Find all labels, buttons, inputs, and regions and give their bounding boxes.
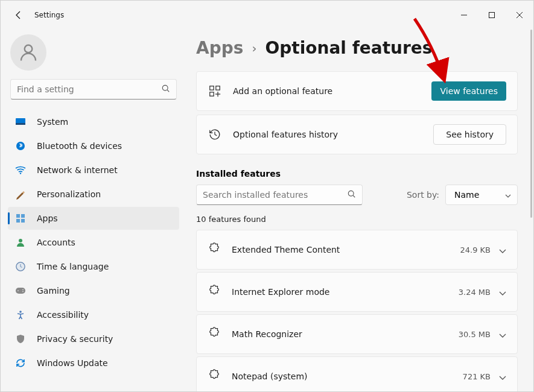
svg-rect-13 xyxy=(16,219,20,223)
feature-row[interactable]: Internet Explorer mode3.24 MB xyxy=(196,272,518,312)
svg-point-20 xyxy=(22,289,24,291)
sidebar-item-system[interactable]: System xyxy=(8,110,179,133)
history-label: Optional features history xyxy=(233,130,433,139)
svg-point-4 xyxy=(25,45,33,53)
sidebar-item-gaming[interactable]: Gaming xyxy=(8,279,179,302)
svg-rect-23 xyxy=(210,86,214,90)
time-icon xyxy=(15,261,26,272)
sidebar-item-network[interactable]: Network & internet xyxy=(8,159,179,182)
svg-rect-18 xyxy=(16,288,25,294)
feature-size: 3.24 MB xyxy=(459,288,491,297)
chevron-down-icon xyxy=(499,371,506,382)
feature-name: Internet Explorer mode xyxy=(232,287,459,297)
sidebar-item-accounts[interactable]: Accounts xyxy=(8,231,179,254)
svg-point-15 xyxy=(19,239,22,242)
system-icon xyxy=(15,116,26,127)
svg-point-19 xyxy=(17,290,19,291)
feature-name: Math Recognizer xyxy=(232,329,459,339)
sidebar-item-label: Gaming xyxy=(37,286,70,296)
history-card: Optional features history See history xyxy=(196,115,518,154)
sidebar-search-input[interactable] xyxy=(17,84,162,94)
user-avatar[interactable] xyxy=(10,34,46,71)
sidebar-item-label: Accessibility xyxy=(37,310,89,320)
sort-select[interactable]: Name xyxy=(445,185,518,205)
sidebar-item-privacy[interactable]: Privacy & security xyxy=(8,327,179,350)
feature-list: Extended Theme Content24.9 KBInternet Ex… xyxy=(196,230,518,391)
titlebar: Settings xyxy=(1,1,533,30)
accounts-icon xyxy=(15,237,26,248)
view-features-button[interactable]: View features xyxy=(431,81,506,101)
installed-search[interactable] xyxy=(196,185,363,205)
svg-point-5 xyxy=(162,85,168,90)
sidebar-item-time[interactable]: Time & language xyxy=(8,255,179,278)
feature-row[interactable]: Math Recognizer30.5 MB xyxy=(196,314,518,354)
add-feature-card: Add an optional feature View features xyxy=(196,71,518,111)
feature-count: 10 features found xyxy=(196,215,518,224)
add-feature-icon xyxy=(208,84,222,98)
chevron-down-icon xyxy=(499,286,506,298)
svg-point-28 xyxy=(348,191,354,196)
sidebar-item-label: Time & language xyxy=(37,262,109,271)
puzzle-icon xyxy=(208,242,221,258)
apps-icon xyxy=(15,213,26,224)
chevron-down-icon xyxy=(499,329,506,340)
sidebar-item-bluetooth[interactable]: Bluetooth & devices xyxy=(8,134,179,157)
feature-name: Extended Theme Content xyxy=(232,245,460,254)
installed-heading: Installed features xyxy=(196,169,518,179)
feature-name: Notepad (system) xyxy=(232,371,463,381)
back-button[interactable] xyxy=(13,9,25,21)
sidebar-item-label: Bluetooth & devices xyxy=(37,141,122,151)
nav-list: SystemBluetooth & devicesNetwork & inter… xyxy=(5,110,182,375)
svg-rect-8 xyxy=(16,123,25,125)
svg-rect-25 xyxy=(210,92,214,96)
sidebar-item-label: Privacy & security xyxy=(37,334,113,344)
svg-rect-14 xyxy=(21,219,25,223)
chevron-down-icon xyxy=(505,190,511,200)
installed-search-input[interactable] xyxy=(203,190,348,200)
svg-point-17 xyxy=(16,262,25,271)
accessibility-icon xyxy=(15,309,26,320)
history-icon xyxy=(208,127,222,142)
sort-label: Sort by: xyxy=(407,190,439,200)
svg-rect-24 xyxy=(216,86,220,90)
close-button[interactable] xyxy=(506,5,533,25)
maximize-button[interactable] xyxy=(478,5,506,25)
page-title: Optional features xyxy=(265,38,432,58)
chevron-down-icon xyxy=(499,244,506,256)
sidebar-item-update[interactable]: Windows Update xyxy=(8,352,179,375)
feature-row[interactable]: Extended Theme Content24.9 KB xyxy=(196,230,518,270)
feature-size: 721 KB xyxy=(463,372,491,381)
main-panel: Apps › Optional features Add an optional… xyxy=(186,30,533,391)
add-feature-label: Add an optional feature xyxy=(233,86,431,96)
sidebar-search[interactable] xyxy=(10,79,177,100)
scrollbar[interactable] xyxy=(530,30,532,218)
svg-line-29 xyxy=(353,195,355,197)
sidebar-item-apps[interactable]: Apps xyxy=(8,207,179,230)
see-history-button[interactable]: See history xyxy=(433,124,506,145)
puzzle-icon xyxy=(208,284,221,300)
sidebar-item-accessibility[interactable]: Accessibility xyxy=(8,303,179,326)
svg-rect-1 xyxy=(489,13,495,18)
svg-point-21 xyxy=(22,291,24,292)
sidebar-item-label: Personalization xyxy=(37,189,101,199)
feature-size: 24.9 KB xyxy=(460,245,491,254)
sidebar-item-label: Accounts xyxy=(37,238,75,247)
sidebar-item-label: Windows Update xyxy=(37,358,108,368)
feature-row[interactable]: Notepad (system)721 KB xyxy=(196,356,518,391)
feature-size: 30.5 MB xyxy=(459,330,491,339)
sidebar: SystemBluetooth & devicesNetwork & inter… xyxy=(1,30,186,391)
chevron-right-icon: › xyxy=(252,41,256,55)
minimize-button[interactable] xyxy=(450,5,478,25)
search-icon xyxy=(348,189,356,201)
puzzle-icon xyxy=(208,368,221,384)
breadcrumb-root[interactable]: Apps xyxy=(196,38,243,58)
svg-point-10 xyxy=(20,172,21,174)
window-title: Settings xyxy=(34,11,64,19)
sort-value: Name xyxy=(454,190,479,200)
personalization-icon xyxy=(15,189,26,200)
sidebar-item-personalization[interactable]: Personalization xyxy=(8,183,179,206)
breadcrumb: Apps › Optional features xyxy=(196,38,518,58)
gaming-icon xyxy=(15,285,26,296)
bluetooth-icon xyxy=(15,141,26,151)
sidebar-item-label: Apps xyxy=(37,213,58,223)
